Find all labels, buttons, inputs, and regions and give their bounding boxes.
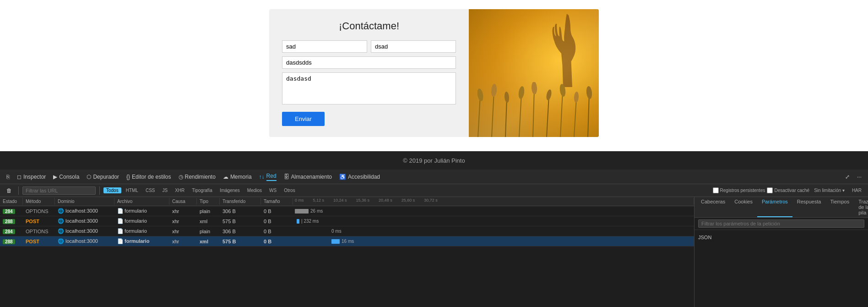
devtools-body: Estado Método Dominio Archivo Causa Tipo…: [0, 197, 868, 307]
memory-tab[interactable]: ☁ Memoria: [220, 172, 255, 182]
cell-size: 0 B: [261, 208, 293, 214]
table-row[interactable]: 284 OPTIONS 🌐localhost:3000 📄formulario …: [0, 226, 694, 236]
tab-cookies[interactable]: Cookies: [730, 197, 757, 217]
svg-point-17: [586, 86, 593, 99]
network-panel: Estado Método Dominio Archivo Causa Tipo…: [0, 197, 694, 307]
network-rows: 284 OPTIONS 🌐localhost:3000 📄formulario …: [0, 206, 694, 307]
cell-method: OPTIONS: [23, 208, 55, 214]
more-options-button[interactable]: ···: [854, 172, 864, 182]
type-others[interactable]: Otros: [281, 187, 298, 193]
persistent-log-checkbox[interactable]: [713, 187, 719, 193]
cell-domain: 🌐localhost:3000: [55, 208, 114, 214]
cell-file: 📄formulario: [114, 218, 169, 225]
globe-icon: 🌐: [58, 208, 64, 214]
table-row[interactable]: 288 POST 🌐localhost:3000 📄formulario xhr…: [0, 236, 694, 247]
storage-tab[interactable]: 🗄 Almacenamiento: [281, 172, 335, 182]
storage-icon: 🗄: [284, 174, 289, 180]
cell-type: plain: [197, 208, 220, 214]
message-textarea[interactable]: dasdasd: [282, 72, 456, 104]
inspector-icon: ◻: [17, 174, 22, 180]
detail-body: JSON: [694, 230, 868, 307]
network-icon: ↑↓: [259, 174, 265, 180]
json-section-label: JSON: [698, 233, 864, 242]
name-row: [282, 40, 456, 53]
svg-line-10: [547, 96, 549, 137]
disable-cache-label[interactable]: Desactivar caché: [767, 187, 809, 193]
first-name-input[interactable]: [282, 40, 367, 53]
debugger-icon: ⬡: [87, 174, 91, 180]
tab-cabeceras[interactable]: Cabeceras: [696, 197, 730, 217]
browser-content: ¡Contáctame! dasdasd Enviar: [0, 0, 868, 151]
type-typography[interactable]: Tipografía: [189, 187, 215, 193]
network-tab[interactable]: ↑↓ Red: [256, 171, 279, 183]
email-row: [282, 56, 456, 72]
svg-line-16: [588, 93, 589, 137]
cell-domain: 🌐localhost:3000: [55, 218, 114, 225]
type-images[interactable]: Imágenes: [217, 187, 243, 193]
cell-waterfall: | 232 ms: [293, 219, 694, 224]
footer-bar: © 2019 por Julián Pinto: [0, 151, 868, 170]
tab-respuesta[interactable]: Respuesta: [792, 197, 826, 217]
cell-size: 0 B: [261, 228, 293, 235]
status-badge: 284: [3, 209, 15, 214]
type-html[interactable]: HTML: [123, 187, 141, 193]
style-editor-tab[interactable]: {} Editor de estilos: [124, 172, 174, 182]
table-row[interactable]: 284 OPTIONS 🌐localhost:3000 📄formulario …: [0, 206, 694, 216]
performance-tab[interactable]: ◷ Rendimiento: [176, 172, 218, 182]
persistent-log-label[interactable]: Registros persistentes: [713, 187, 765, 193]
waterfall-time: 26 ms: [310, 208, 323, 214]
accessibility-tab[interactable]: ♿ Accesibilidad: [336, 172, 383, 182]
status-badge: 288: [3, 239, 15, 244]
tab-tiempos[interactable]: Tiempos: [825, 197, 854, 217]
cell-transferred: 575 B: [220, 238, 261, 245]
console-tab[interactable]: ▶ Consola: [50, 172, 82, 182]
globe-icon: 🌐: [58, 238, 64, 244]
col-cause: Causa: [169, 198, 197, 205]
svg-line-8: [533, 89, 534, 137]
submit-button[interactable]: Enviar: [282, 112, 325, 126]
svg-point-11: [546, 89, 553, 101]
clear-network-button[interactable]: 🗑: [4, 186, 15, 196]
svg-line-14: [574, 98, 576, 137]
expand-icon-button[interactable]: ⤢: [842, 172, 852, 182]
svg-point-9: [531, 82, 537, 94]
inspector-tab[interactable]: ◻ Inspector: [14, 172, 49, 182]
cell-cause: xhr: [169, 228, 197, 235]
file-icon: 📄: [117, 238, 124, 244]
params-filter-input[interactable]: [698, 219, 864, 228]
devtools-toolbar: ⎘ ◻ Inspector ▶ Consola ⬡ Depurador {} E…: [0, 170, 868, 184]
cell-transferred: 306 B: [220, 228, 261, 235]
cell-status: 288: [0, 238, 23, 245]
type-ws[interactable]: WS: [266, 187, 279, 193]
last-name-input[interactable]: [371, 40, 456, 53]
file-icon: 📄: [117, 228, 124, 234]
waterfall-time: 0 ms: [331, 229, 342, 234]
throttle-select[interactable]: Sin limitación ▾: [811, 187, 847, 193]
detail-panel: Cabeceras Cookies Parámetros Respuesta T…: [694, 197, 868, 307]
type-xhr[interactable]: XHR: [172, 187, 187, 193]
debugger-tab[interactable]: ⬡ Depurador: [84, 172, 122, 182]
cell-file: 📄formulario: [114, 238, 169, 245]
disable-cache-checkbox[interactable]: [767, 187, 773, 193]
email-input[interactable]: [282, 56, 456, 69]
type-all[interactable]: Todos: [103, 187, 121, 193]
table-row[interactable]: 288 POST 🌐localhost:3000 📄formulario xhr…: [0, 216, 694, 226]
detail-filter: [694, 218, 868, 230]
hand-icon: [548, 14, 585, 87]
console-icon: ▶: [53, 174, 57, 180]
type-css[interactable]: CSS: [143, 187, 158, 193]
tab-traza[interactable]: Traza de la pila: [854, 197, 868, 217]
type-js[interactable]: JS: [159, 187, 170, 193]
contact-image: [469, 9, 599, 137]
har-button[interactable]: HAR: [849, 187, 864, 193]
type-media[interactable]: Medios: [244, 187, 265, 193]
message-row: dasdasd: [282, 72, 456, 110]
dock-icon-button[interactable]: ⎘: [4, 172, 12, 182]
tab-parametros[interactable]: Parámetros: [757, 197, 792, 217]
waterfall-time: | 232 ms: [301, 219, 319, 224]
divider: [18, 186, 19, 195]
waterfall-bar: [331, 239, 340, 244]
url-filter-input[interactable]: [22, 186, 96, 195]
cell-type: plain: [197, 228, 220, 235]
cell-cause: xhr: [169, 208, 197, 214]
